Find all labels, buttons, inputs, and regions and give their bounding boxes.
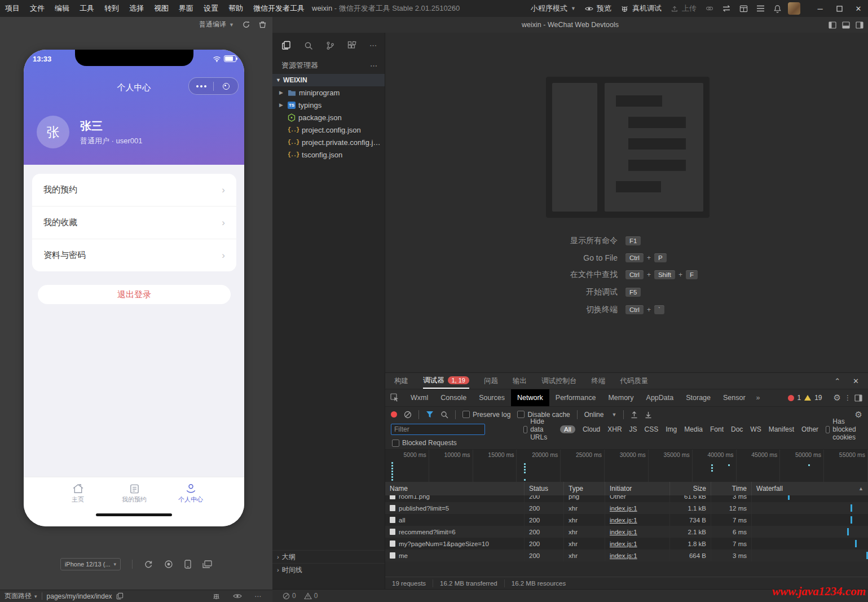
close-capsule-icon[interactable]: [214, 83, 238, 90]
menu-goto[interactable]: 转到: [99, 0, 124, 17]
tab-my-reservations[interactable]: 我的预约: [106, 482, 162, 504]
column-time[interactable]: Time: [711, 482, 752, 495]
menu-tools[interactable]: 工具: [74, 0, 99, 17]
tree-item-miniprogram[interactable]: ▶ miniprogram: [272, 86, 385, 99]
kebab-menu-icon[interactable]: ⋮: [844, 394, 851, 402]
page-path-dropdown[interactable]: 页面路径▾: [5, 591, 37, 601]
tree-item-project-config[interactable]: {..} project.config.json: [272, 124, 385, 136]
compile-mode-dropdown[interactable]: 普通编译▼: [199, 20, 234, 29]
filter-type-manifest[interactable]: Manifest: [769, 425, 794, 433]
initiator-link[interactable]: index.js:1: [610, 505, 637, 512]
switch-icon[interactable]: [718, 0, 735, 17]
more-icon[interactable]: [189, 85, 213, 87]
filter-input[interactable]: [391, 424, 485, 435]
menu-help[interactable]: 帮助: [223, 0, 248, 17]
record-screen-button[interactable]: [164, 560, 173, 569]
table-row[interactable]: recommend?limit=6 200 xhr index.js:1 2.1…: [385, 526, 868, 538]
column-waterfall[interactable]: Waterfall ▲: [752, 482, 868, 495]
table-row[interactable]: all 200 xhr index.js:1 734 B 7 ms: [385, 514, 868, 526]
more-icon[interactable]: ⋯: [370, 61, 378, 70]
tab-home[interactable]: 主页: [50, 482, 106, 504]
initiator-link[interactable]: index.js:1: [610, 552, 637, 559]
tab-personal-center[interactable]: 个人中心: [162, 482, 219, 504]
clear-button[interactable]: [404, 411, 412, 419]
outline-section[interactable]: › 大纲: [272, 550, 385, 563]
menu-settings[interactable]: 设置: [199, 0, 223, 17]
devtools-tab-performance[interactable]: Performance: [549, 389, 602, 406]
menu-view[interactable]: 视图: [149, 0, 174, 17]
collapse-panel-icon[interactable]: ⌃: [834, 377, 840, 385]
rotate-device-button[interactable]: [144, 560, 153, 569]
refresh-button[interactable]: [242, 20, 250, 29]
menu-wechat-devtools[interactable]: 微信开发者工具: [248, 0, 310, 17]
filter-type-all[interactable]: All: [560, 425, 575, 433]
window-maximize-button[interactable]: [830, 0, 849, 17]
filter-type-font[interactable]: Font: [710, 425, 724, 433]
panel-tab-problems[interactable]: 问题: [484, 376, 498, 386]
blocked-requests-checkbox[interactable]: Blocked Requests: [392, 439, 457, 447]
tree-item-tsconfig[interactable]: {..} tsconfig.json: [272, 148, 385, 161]
filter-type-media[interactable]: Media: [684, 425, 703, 433]
device-selector[interactable]: iPhone 12/13 (...▾: [60, 558, 121, 570]
search-icon[interactable]: [304, 41, 313, 50]
logout-button[interactable]: 退出登录: [38, 285, 231, 304]
import-har-icon[interactable]: [631, 411, 638, 419]
devtools-tab-storage[interactable]: Storage: [680, 389, 717, 406]
menu-project[interactable]: 项目: [0, 0, 25, 17]
throttling-select[interactable]: Online ▼: [584, 411, 617, 419]
panel-tab-code-quality[interactable]: 代码质量: [620, 376, 648, 386]
debug-icon[interactable]: [212, 592, 221, 600]
layout-grid-icon[interactable]: [735, 0, 752, 17]
phone-frame-button[interactable]: [184, 560, 191, 569]
table-row[interactable]: me 200 xhr index.js:1 664 B 3 ms: [385, 550, 868, 561]
menu-item-favorites[interactable]: 我的收藏›: [32, 206, 236, 239]
notifications-bell-icon[interactable]: [769, 0, 786, 17]
link-icon[interactable]: [701, 0, 718, 17]
devtools-settings-gear-icon[interactable]: ⚙: [834, 393, 841, 403]
filter-type-cloud[interactable]: Cloud: [583, 425, 600, 433]
column-status[interactable]: Status: [525, 482, 564, 495]
panel-tab-terminal[interactable]: 终端: [591, 376, 605, 386]
copy-path-icon[interactable]: [116, 592, 124, 600]
toggle-sidebar-icon[interactable]: [829, 21, 836, 29]
filter-type-img[interactable]: Img: [666, 425, 677, 433]
tree-item-project-private-config[interactable]: {..} project.private.config.js...: [272, 136, 385, 148]
column-size[interactable]: Size: [670, 482, 711, 495]
dock-side-icon[interactable]: [854, 394, 862, 402]
hamburger-menu-icon[interactable]: [752, 0, 769, 17]
upload-button[interactable]: 上传: [666, 0, 701, 17]
mode-switcher[interactable]: 小程序模式▼: [526, 0, 580, 17]
devtools-tab-network[interactable]: Network: [511, 389, 549, 406]
toggle-secondary-sidebar-icon[interactable]: [856, 21, 863, 29]
warnings-count[interactable]: 0: [314, 592, 318, 600]
column-name[interactable]: Name: [385, 482, 525, 495]
more-icon[interactable]: ⋯: [254, 592, 262, 600]
source-control-icon[interactable]: [326, 41, 334, 50]
initiator-link[interactable]: index.js:1: [610, 517, 637, 524]
window-close-button[interactable]: ✕: [849, 0, 868, 17]
files-icon[interactable]: [281, 41, 291, 50]
table-row[interactable]: published?limit=5 200 xhr index.js:1 1.1…: [385, 502, 868, 514]
column-initiator[interactable]: Initiator: [605, 482, 670, 495]
filter-type-doc[interactable]: Doc: [731, 425, 743, 433]
filter-type-js[interactable]: JS: [629, 425, 637, 433]
toggle-panel-icon[interactable]: [842, 21, 850, 29]
preview-button[interactable]: 预览: [580, 0, 616, 17]
panel-tab-build[interactable]: 构建: [394, 376, 408, 386]
filter-type-xhr[interactable]: XHR: [607, 425, 622, 433]
more-icon[interactable]: ⋯: [369, 41, 377, 50]
search-icon[interactable]: [440, 411, 448, 419]
panel-tab-debugger[interactable]: 调试器 1, 19: [423, 373, 469, 389]
initiator-link[interactable]: index.js:1: [610, 541, 637, 547]
preview-eye-icon[interactable]: [233, 592, 242, 600]
multi-window-button[interactable]: [202, 560, 212, 569]
devtools-tab-wxml[interactable]: Wxml: [404, 389, 434, 406]
menu-edit[interactable]: 编辑: [50, 0, 74, 17]
menu-file[interactable]: 文件: [25, 0, 50, 17]
close-panel-icon[interactable]: ✕: [853, 377, 859, 385]
remote-debug-button[interactable]: 真机调试: [616, 0, 666, 17]
preserve-log-checkbox[interactable]: Preserve log: [462, 411, 510, 419]
record-button[interactable]: [391, 411, 397, 418]
devtools-tab-appdata[interactable]: AppData: [640, 389, 680, 406]
export-har-icon[interactable]: [645, 411, 652, 419]
